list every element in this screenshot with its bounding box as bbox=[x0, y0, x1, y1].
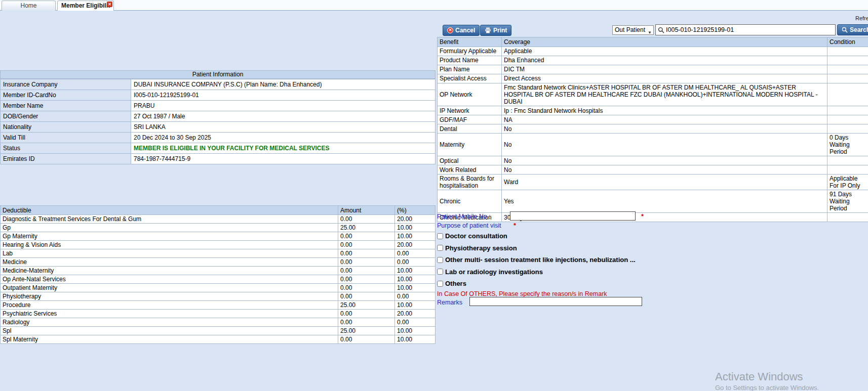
benefit-condition bbox=[827, 165, 868, 175]
deductible-row: Procedure25.0010.00 bbox=[1, 301, 436, 310]
purpose-checkbox[interactable] bbox=[437, 233, 443, 239]
benefit-coverage: Applicable bbox=[502, 47, 827, 56]
patient-info-row: NationalitySRI LANKA bbox=[1, 122, 436, 133]
chevron-down-icon: ▼ bbox=[648, 28, 652, 37]
deductible-name: Op Ante-Natal Services bbox=[1, 275, 338, 284]
deductible-amount: 0.00 bbox=[338, 249, 395, 258]
benefit-coverage: No bbox=[502, 156, 827, 165]
deductible-row: Medicine-Maternity0.0010.00 bbox=[1, 267, 436, 275]
tab-close-icon[interactable]: ✕ bbox=[107, 2, 112, 7]
purpose-option[interactable]: Others bbox=[437, 278, 781, 290]
activate-windows-subtext: Go to Settings to activate Windows. bbox=[715, 384, 819, 391]
benefit-row: IP NetworkIp : Fmc Standard Network Hosp… bbox=[438, 106, 868, 115]
patient-type-select[interactable]: Out Patient ▼ bbox=[612, 25, 654, 35]
deductible-name: Spl bbox=[1, 327, 338, 335]
deductible-row: Hearing & Vision Aids0.0020.00 bbox=[1, 241, 436, 249]
deductible-row: Lab0.000.00 bbox=[1, 249, 436, 258]
benefit-name: Product Name bbox=[438, 56, 502, 65]
deductible-name: Hearing & Vision Aids bbox=[1, 241, 338, 249]
printer-icon bbox=[485, 27, 491, 33]
benefit-row: DentalNo bbox=[438, 124, 868, 134]
deductible-amount: 25.00 bbox=[338, 327, 395, 335]
benefit-header-row: BenefitCoverageCondition bbox=[438, 37, 868, 47]
deductible-amount: 25.00 bbox=[338, 224, 395, 232]
deductible-row: Diagnostic & Treatment Services For Dent… bbox=[1, 215, 436, 224]
deductible-name: Medicine bbox=[1, 258, 338, 267]
benefit-row: Rooms & Boards for hospitalisationWardAp… bbox=[438, 175, 868, 190]
deductible-name: Spl Maternity bbox=[1, 335, 338, 344]
deductible-name: Gp bbox=[1, 224, 338, 232]
patient-info-field-value: 27 Oct 1987 / Male bbox=[131, 111, 436, 122]
purpose-option[interactable]: Lab or radiology investigations bbox=[437, 266, 781, 278]
deductible-column-header: (%) bbox=[395, 206, 436, 215]
print-button[interactable]: Print bbox=[480, 25, 511, 36]
cancel-circle-icon: ✕ bbox=[447, 27, 453, 33]
remarks-input[interactable] bbox=[469, 297, 642, 306]
deductible-name: Radiology bbox=[1, 318, 338, 327]
purpose-option[interactable]: Other multi- session treatment like inje… bbox=[437, 254, 781, 266]
cancel-button[interactable]: ✕ Cancel bbox=[443, 25, 480, 36]
member-eligibility-screen: Home Member Eligibilit ✕ Refresh Patient… bbox=[0, 0, 868, 391]
benefit-row: OpticalNo bbox=[438, 156, 868, 165]
patient-info-field-label: Member ID-CardNo bbox=[1, 90, 131, 101]
deductible-percent: 10.00 bbox=[395, 335, 436, 344]
deductible-table: DeductibleAmount(%) Diagnostic & Treatme… bbox=[0, 205, 436, 344]
patient-info-field-label: DOB/Gender bbox=[1, 111, 131, 122]
deductible-column-header: Deductible bbox=[1, 206, 338, 215]
benefit-row: Chronic Medication30 Days bbox=[438, 213, 868, 222]
patient-info-field-value: MEMBER IS ELIGIBLE IN YOUR FACILITY FOR … bbox=[131, 143, 436, 154]
refresh-link[interactable]: Refresh bbox=[855, 15, 868, 21]
benefit-coverage: NA bbox=[502, 115, 827, 124]
patient-info-field-value: 20 Dec 2024 to 30 Sep 2025 bbox=[131, 133, 436, 143]
deductible-amount: 25.00 bbox=[338, 301, 395, 310]
deductible-row: Spl25.0010.00 bbox=[1, 327, 436, 335]
benefit-coverage: Dha Enhanced bbox=[502, 56, 827, 65]
deductible-percent: 0.00 bbox=[395, 258, 436, 267]
benefit-coverage: Ip : Fmc Standard Network Hospitals bbox=[502, 106, 827, 115]
deductible-row: Gp25.0010.00 bbox=[1, 224, 436, 232]
deductible-percent: 10.00 bbox=[395, 275, 436, 284]
benefit-row: OP NetworkFmc Standard Network Clinics+A… bbox=[438, 83, 868, 106]
deductible-name: Lab bbox=[1, 249, 338, 258]
benefit-condition bbox=[827, 124, 868, 134]
purpose-checkbox[interactable] bbox=[437, 281, 443, 287]
benefit-condition: 91 Days Waiting Period bbox=[827, 190, 868, 213]
purpose-option-label: Doctor consultation bbox=[445, 232, 507, 240]
patient-info-row: Emirates ID784-1987-7444715-9 bbox=[1, 154, 436, 164]
deductible-percent: 10.00 bbox=[395, 284, 436, 292]
patient-info-field-label: Valid Till bbox=[1, 133, 131, 143]
patient-info-field-label: Status bbox=[1, 143, 131, 154]
search-input[interactable] bbox=[666, 25, 833, 34]
mobile-number-input[interactable] bbox=[510, 211, 636, 221]
tab-home[interactable]: Home bbox=[2, 1, 56, 11]
purpose-option[interactable]: Physiotherapy session bbox=[437, 242, 781, 254]
benefit-row: ChronicYes91 Days Waiting Period bbox=[438, 190, 868, 213]
purpose-option[interactable]: Doctor consultation bbox=[437, 230, 781, 242]
search-box bbox=[655, 24, 836, 35]
deductible-row: Op Ante-Natal Services0.0010.00 bbox=[1, 275, 436, 284]
remarks-label: Remarks bbox=[437, 299, 462, 306]
patient-info-table: Insurance CompanyDUBAI INSURANCE COMPANY… bbox=[0, 79, 436, 164]
purpose-checkbox[interactable] bbox=[437, 257, 443, 263]
tab-member-eligibility[interactable]: Member Eligibilit ✕ bbox=[57, 1, 114, 11]
purpose-options-list: Doctor consultationPhysiotherapy session… bbox=[437, 230, 781, 290]
deductible-percent: 10.00 bbox=[395, 301, 436, 310]
deductible-percent: 0.00 bbox=[395, 249, 436, 258]
patient-info-row: StatusMEMBER IS ELIGIBLE IN YOUR FACILIT… bbox=[1, 143, 436, 154]
benefit-name: Formulary Applicable bbox=[438, 47, 502, 56]
search-button[interactable]: Search bbox=[837, 24, 868, 35]
deductible-column-header: Amount bbox=[338, 206, 395, 215]
purpose-checkbox[interactable] bbox=[437, 245, 443, 251]
purpose-option-label: Lab or radiology investigations bbox=[445, 268, 543, 276]
deductible-name: Psychiatric Services bbox=[1, 310, 338, 318]
benefit-coverage: Ward bbox=[502, 175, 827, 190]
print-button-label: Print bbox=[493, 27, 507, 34]
patient-info-row: Insurance CompanyDUBAI INSURANCE COMPANY… bbox=[1, 79, 436, 90]
deductible-amount: 0.00 bbox=[338, 215, 395, 224]
deductible-name: Gp Maternity bbox=[1, 232, 338, 241]
benefit-coverage: Yes bbox=[502, 190, 827, 213]
purpose-checkbox[interactable] bbox=[437, 269, 443, 275]
deductible-name: Physiotherapy bbox=[1, 292, 338, 301]
benefit-name: Chronic bbox=[438, 190, 502, 213]
benefit-row: Specialist AccessDirect Access bbox=[438, 74, 868, 83]
